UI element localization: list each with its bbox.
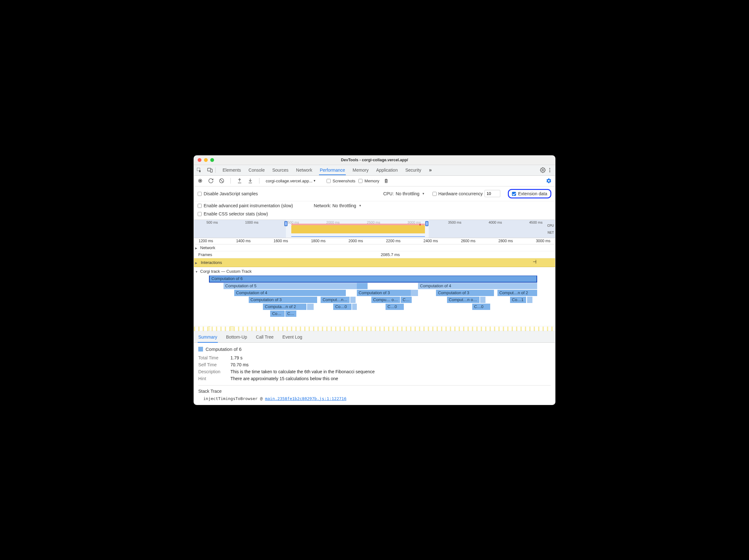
flame-entry[interactable]: Computation of 6: [209, 275, 537, 283]
svg-rect-2: [211, 169, 212, 172]
detail-tab-event-log[interactable]: Event Log: [282, 333, 303, 342]
flame-entry[interactable]: [480, 297, 486, 303]
tab-network[interactable]: Network: [295, 166, 313, 175]
timeline-ruler[interactable]: 1200 ms1400 ms1600 ms1800 ms2000 ms2200 …: [194, 238, 555, 244]
flame-entry[interactable]: Computation of 3: [357, 290, 411, 296]
detail-tab-summary[interactable]: Summary: [198, 333, 218, 343]
collect-garbage-icon[interactable]: [382, 177, 390, 184]
hardware-concurrency-checkbox[interactable]: Hardware concurrency: [432, 191, 483, 196]
hardware-concurrency-input[interactable]: [485, 190, 500, 197]
flame-entry[interactable]: [352, 304, 357, 310]
tab-memory[interactable]: Memory: [352, 166, 369, 175]
flame-entry[interactable]: [411, 290, 418, 296]
stack-trace-link[interactable]: main.2358fe1b2c80297b.js:1:122716: [265, 396, 346, 401]
hint-value: There are approximately 15 calculations …: [231, 376, 338, 381]
flame-entry[interactable]: [307, 304, 314, 310]
flame-entry[interactable]: C…0: [472, 304, 490, 310]
close-window-button[interactable]: [198, 158, 201, 162]
memory-checkbox[interactable]: Memory: [359, 179, 379, 183]
upload-profile-icon[interactable]: [236, 177, 243, 184]
detail-tab-call-tree[interactable]: Call Tree: [255, 333, 274, 342]
flame-entry[interactable]: C…: [401, 297, 411, 303]
network-throttling-dropdown[interactable]: No throttling: [332, 203, 361, 208]
flame-entry[interactable]: Computa…n of 2: [263, 304, 306, 310]
interactions-track-header[interactable]: Interactions: [194, 258, 555, 267]
flame-entry[interactable]: Compu… of 2: [371, 297, 400, 303]
flame-entry[interactable]: Computation of 4: [234, 290, 346, 296]
window-title: DevTools - corgi-collage.vercel.app/: [194, 158, 555, 162]
profile-selector[interactable]: corgi-collage.vercel.app...: [264, 179, 317, 183]
clear-button[interactable]: [218, 177, 226, 184]
svg-point-6: [550, 171, 550, 172]
flame-entry[interactable]: Computation of 4: [418, 283, 537, 289]
flame-entry[interactable]: Comput…n of 2: [321, 297, 349, 303]
flame-entry[interactable]: C…0: [386, 304, 404, 310]
tab-sources[interactable]: Sources: [272, 166, 289, 175]
frames-track[interactable]: Frames 2085.7 ms: [194, 251, 555, 258]
css-selector-stats-checkbox[interactable]: Enable CSS selector stats (slow): [198, 211, 268, 216]
overview-left-handle[interactable]: [284, 221, 287, 226]
screenshots-checkbox[interactable]: Screenshots: [326, 179, 355, 183]
extension-data-highlight: Extension data: [508, 189, 551, 198]
extension-data-checkbox[interactable]: Extension data: [512, 191, 547, 196]
tab-elements[interactable]: Elements: [222, 166, 241, 175]
custom-track-header[interactable]: Corgi track — Custom Track: [194, 267, 555, 275]
reload-record-button[interactable]: [207, 177, 215, 184]
flame-entry[interactable]: Computation of 3: [436, 290, 494, 296]
timeline-overview[interactable]: 500 ms1000 ms1500 ms2000 ms2500 ms3000 m…: [194, 220, 555, 238]
stack-trace-heading: Stack Trace: [198, 389, 551, 394]
svg-point-4: [550, 168, 550, 169]
svg-point-8: [199, 180, 201, 182]
settings-gear-icon[interactable]: [539, 166, 546, 174]
svg-point-5: [550, 170, 550, 171]
inspect-element-icon[interactable]: [196, 166, 203, 174]
summary-entry-title: Computation of 6: [206, 346, 241, 352]
capture-settings-gear-icon[interactable]: [545, 177, 553, 184]
cpu-overview-block: [291, 225, 425, 233]
flame-entry[interactable]: [357, 283, 368, 289]
self-time-value: 70.70 ms: [231, 362, 249, 367]
flame-entry[interactable]: Comput…n of 2: [497, 290, 537, 296]
tab-security[interactable]: Security: [405, 166, 422, 175]
performance-toolbar: corgi-collage.vercel.app... Screenshots …: [194, 176, 555, 186]
details-tab-bar: SummaryBottom-UpCall TreeEvent Log: [194, 331, 555, 343]
flame-entry[interactable]: [350, 297, 356, 303]
disable-js-samples-checkbox[interactable]: Disable JavaScript samples: [198, 191, 258, 196]
tab-console[interactable]: Console: [248, 166, 265, 175]
network-track-header[interactable]: Network: [194, 244, 555, 251]
flame-entry[interactable]: Co…1: [510, 297, 526, 303]
flame-entry[interactable]: Computation of 3: [249, 297, 317, 303]
overflow-tabs-icon[interactable]: »: [427, 166, 434, 174]
advanced-paint-checkbox[interactable]: Enable advanced paint instrumentation (s…: [198, 203, 293, 208]
cpu-throttling-dropdown[interactable]: No throttling: [395, 191, 425, 196]
window-titlebar: DevTools - corgi-collage.vercel.app/: [194, 156, 555, 165]
overview-right-handle[interactable]: [425, 221, 428, 226]
flame-entry[interactable]: Comput…n of 2: [447, 297, 479, 303]
device-toolbar-icon[interactable]: [207, 166, 213, 174]
flame-entry[interactable]: Co…0: [333, 304, 351, 310]
kebab-menu-icon[interactable]: [546, 166, 553, 174]
flame-entry[interactable]: Co…1: [270, 311, 285, 317]
description-value: This is the time taken to calculate the …: [231, 369, 375, 374]
network-label: Network:: [314, 203, 331, 208]
summary-panel: Computation of 6 Total Time1.79 s Self T…: [194, 343, 555, 405]
maximize-window-button[interactable]: [210, 158, 214, 162]
tab-application[interactable]: Application: [376, 166, 399, 175]
entry-color-chip: [198, 347, 203, 352]
total-time-value: 1.79 s: [231, 355, 242, 360]
flame-entry[interactable]: C…: [285, 311, 296, 317]
devtools-tab-bar: ElementsConsoleSourcesNetworkPerformance…: [194, 165, 555, 176]
record-button[interactable]: [196, 177, 204, 184]
cpu-label: CPU:: [383, 191, 394, 196]
minimize-window-button[interactable]: [204, 158, 208, 162]
flame-chart[interactable]: Computation of 6Computation of 5Computat…: [194, 275, 555, 326]
tab-performance[interactable]: Performance: [319, 166, 345, 175]
svg-point-3: [542, 170, 544, 171]
flame-entry[interactable]: [527, 297, 532, 303]
flame-entry[interactable]: Computation of 5: [223, 283, 357, 289]
detail-tab-bottom-up[interactable]: Bottom-Up: [226, 333, 248, 342]
download-profile-icon[interactable]: [247, 177, 254, 184]
